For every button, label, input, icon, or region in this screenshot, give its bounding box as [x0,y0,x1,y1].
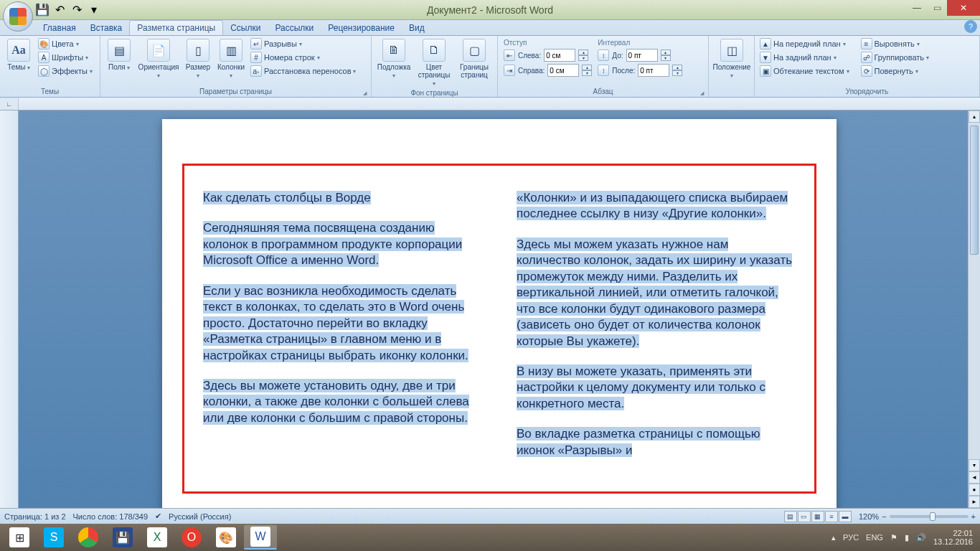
task-word[interactable]: W [244,525,277,550]
size-button[interactable]: ▯Размер [182,37,214,80]
ruler-corner[interactable]: ∟ [0,98,19,110]
status-language[interactable]: Русский (Россия) [169,512,231,521]
document-area[interactable]: Как сделать столбцы в Ворде Сегодняшняя … [19,110,980,508]
tray-network-icon[interactable]: ▮ [905,533,909,542]
tab-insert[interactable]: Вставка [83,21,130,35]
task-excel[interactable]: X [141,525,174,550]
indent-left-input[interactable] [544,49,575,62]
doc-paragraph[interactable]: «Колонки» и из выпадающего списка выбира… [517,190,796,222]
task-save[interactable]: 💾 [106,525,139,550]
theme-colors[interactable]: 🎨Цвета [36,37,95,50]
tab-home[interactable]: Главная [36,21,83,35]
position-button[interactable]: ◫Положение [712,37,752,80]
ruler-vertical[interactable] [0,110,19,508]
status-proofing-icon[interactable]: ✔ [155,512,161,521]
theme-effects[interactable]: ◯Эффекты [36,65,95,77]
qat-undo[interactable]: ↶ [52,2,67,18]
ruler-horizontal[interactable] [19,98,980,110]
task-chrome[interactable] [72,525,105,550]
tray-action-center-icon[interactable]: ⚑ [890,533,897,542]
qat-customize[interactable]: ▾ [86,2,102,18]
align-button[interactable]: ≡Выровнять [859,37,932,50]
status-page[interactable]: Страница: 1 из 2 [4,512,66,521]
doc-paragraph[interactable]: Здесь мы можем указать нужное нам количе… [517,237,796,349]
breaks-button[interactable]: ↵Разрывы [248,37,358,50]
task-skype[interactable]: S [37,525,70,550]
view-draft[interactable]: ▬ [839,511,852,522]
orientation-button[interactable]: 📄Ориентация [136,37,181,80]
front-icon: ▲ [760,38,771,50]
text-wrap-button[interactable]: ▣Обтекание текстом [758,65,852,77]
themes-button[interactable]: Aa Темы [3,37,34,72]
qat-save[interactable]: 💾 [34,2,50,18]
doc-paragraph[interactable]: Если у вас возникла необходимость сделат… [203,283,482,364]
spacing-before-icon: ↕ [598,50,609,61]
maximize-button[interactable]: ▭ [927,0,947,16]
office-button[interactable] [3,1,33,32]
rotate-button[interactable]: ⟳Повернуть [859,65,932,77]
tab-mailings[interactable]: Рассылки [268,21,321,35]
spacing-before-spinner[interactable]: ▴▾ [661,50,671,61]
spacing-before-input[interactable] [626,49,658,62]
doc-paragraph[interactable]: Во вкладке разметка страницы с помощью и… [517,426,796,458]
browse-object-button[interactable]: ● [969,484,980,496]
scroll-down-arrow[interactable]: ▾ [969,459,980,471]
page-borders-button[interactable]: ▢Границы страниц [455,37,494,80]
group-label-arrange: Упорядочить [758,87,976,96]
zoom-out-button[interactable]: − [882,512,886,521]
hyphenation-button[interactable]: a-Расстановка переносов [248,65,358,77]
minimize-button[interactable]: — [907,0,927,16]
bring-front-button[interactable]: ▲На передний план [758,37,852,50]
line-numbers-button[interactable]: #Номера строк [248,51,358,64]
page-color-button[interactable]: 🗋Цвет страницы [415,37,453,88]
doc-paragraph[interactable]: Сегодняшняя тема посвящена созданию коло… [203,220,482,268]
watermark-button[interactable]: 🗎Подложка [374,37,413,80]
scroll-track[interactable] [969,123,980,459]
tab-view[interactable]: Вид [402,21,432,35]
fonts-icon: A [38,52,50,63]
tray-volume-icon[interactable]: 🔊 [916,533,926,542]
indent-right-spinner[interactable]: ▴▾ [582,65,592,76]
group-button[interactable]: ☍Группировать [859,51,932,64]
tray-clock[interactable]: 22:01 13.12.2016 [933,529,973,546]
theme-fonts[interactable]: AШрифты [36,51,95,64]
spacing-after-spinner[interactable]: ▴▾ [672,65,682,76]
prev-page-button[interactable]: ◄ [969,471,980,484]
close-button[interactable]: ✕ [947,0,980,16]
doc-paragraph[interactable]: В низу вы можете указать, применять эти … [517,364,796,412]
tab-page-layout[interactable]: Разметка страницы [129,20,223,35]
doc-paragraph[interactable]: Здесь вы можете установить одну, две и т… [203,378,482,426]
tab-references[interactable]: Ссылки [223,21,268,35]
spacing-after-label: После: [612,67,635,75]
margins-button[interactable]: ▤Поля [103,37,135,72]
scroll-thumb[interactable] [970,126,979,255]
zoom-slider[interactable] [890,515,969,518]
view-full-reading[interactable]: ▭ [798,511,811,522]
status-word-count[interactable]: Число слов: 178/349 [73,512,149,521]
view-web-layout[interactable]: ▦ [811,511,824,522]
indent-right-input[interactable] [547,64,579,77]
indent-left-spinner[interactable]: ▴▾ [578,50,588,61]
send-back-button[interactable]: ▼На задний план [758,51,852,64]
help-icon[interactable]: ? [964,20,977,33]
view-outline[interactable]: ≡ [825,511,838,522]
vertical-scrollbar[interactable]: ▴ ▾ ◄ ● ► [968,110,980,508]
scroll-up-arrow[interactable]: ▴ [969,110,980,123]
task-paint[interactable]: 🎨 [209,525,242,550]
next-page-button[interactable]: ► [969,496,980,508]
tray-expand-icon[interactable]: ▴ [831,533,836,542]
spacing-after-input[interactable] [638,64,669,77]
tab-review[interactable]: Рецензирование [321,21,402,35]
zoom-value[interactable]: 120% [859,512,879,521]
view-print-layout[interactable]: ▤ [784,511,797,522]
quick-access-toolbar: 💾 ↶ ↷ ▾ [34,2,102,18]
doc-paragraph[interactable]: Как сделать столбцы в Ворде [203,190,482,206]
columns-button[interactable]: ▥Колонки [215,37,247,80]
tray-lang-en[interactable]: ENG [866,533,883,542]
task-opera[interactable]: O [175,525,208,550]
zoom-knob[interactable] [930,512,936,521]
zoom-in-button[interactable]: + [971,512,976,521]
tray-lang-ru[interactable]: РУС [843,533,859,542]
start-button[interactable]: ⊞ [3,525,36,550]
qat-redo[interactable]: ↷ [69,2,85,18]
